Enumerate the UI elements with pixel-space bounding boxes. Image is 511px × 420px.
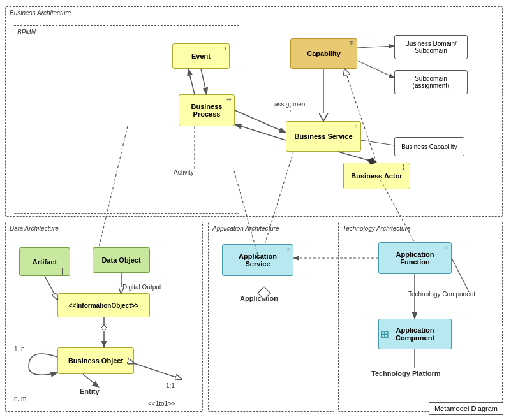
metamodel-diagram-label: Metamodel Diagram <box>429 402 503 415</box>
artifact-node: Artifact <box>19 247 70 276</box>
technology-architecture-label: Technology Architecture <box>343 225 411 232</box>
capability-node: Capability ⊞ <box>290 38 357 69</box>
event-node: Event ⟩ <box>172 43 230 69</box>
information-object-node: <<InformationObject>> <box>57 293 150 317</box>
diagram-container: Business Architecture BPMN Data Architec… <box>0 0 511 420</box>
digital-output-label: Digital Output <box>122 284 161 291</box>
assignment-label: assignment <box>274 101 307 108</box>
data-architecture-label: Data Architecture <box>10 225 59 232</box>
application-architecture-label: Application Architecture <box>212 225 279 232</box>
business-process-node: Business Process ⇒ <box>179 94 235 126</box>
subdomain-assignment-node: Subdomain (assignment) <box>394 70 468 94</box>
artifact-fold-icon <box>62 268 70 275</box>
application-component-node: Application Component ⊞ <box>378 319 452 349</box>
n-to-m-label: n..m <box>14 395 26 402</box>
business-actor-icon: 🚶 <box>400 164 407 171</box>
technology-platform-label: Technology Platform <box>371 370 441 377</box>
application-service-node: Application Service ○ <box>222 244 293 276</box>
bpmn-label: BPMN <box>17 29 36 36</box>
one-to-one-label: 1:1 <box>166 382 175 389</box>
business-object-node: Business Object <box>57 347 134 374</box>
business-capability-node: Business Capability <box>394 137 464 156</box>
hto1-label: <<1to1>> <box>148 400 175 407</box>
capability-icon: ⊞ <box>349 40 354 47</box>
one-to-n-label: 1..n <box>14 345 25 352</box>
data-object-node: Data Object <box>93 247 150 273</box>
application-function-node: Application Function ⌂ <box>378 242 452 274</box>
activity-label: Activity <box>174 169 194 176</box>
application-label: Application <box>240 294 278 302</box>
business-process-icon: ⇒ <box>226 96 232 103</box>
event-icon: ⟩ <box>224 45 226 52</box>
application-service-icon: ○ <box>287 246 290 252</box>
application-function-icon: ⌂ <box>445 244 448 250</box>
business-actor-node: Business Actor 🚶 <box>343 163 410 189</box>
business-service-node: Business Service ○ <box>286 121 361 152</box>
application-component-icon: ⊞ <box>380 328 389 340</box>
business-service-icon: ○ <box>355 123 358 129</box>
entity-label: Entity <box>80 387 100 395</box>
business-architecture-label: Business Architecture <box>10 10 71 17</box>
business-domain-node: Business Domain/ Subdomain <box>394 35 468 59</box>
technology-component-label: Technology Component <box>408 291 475 298</box>
